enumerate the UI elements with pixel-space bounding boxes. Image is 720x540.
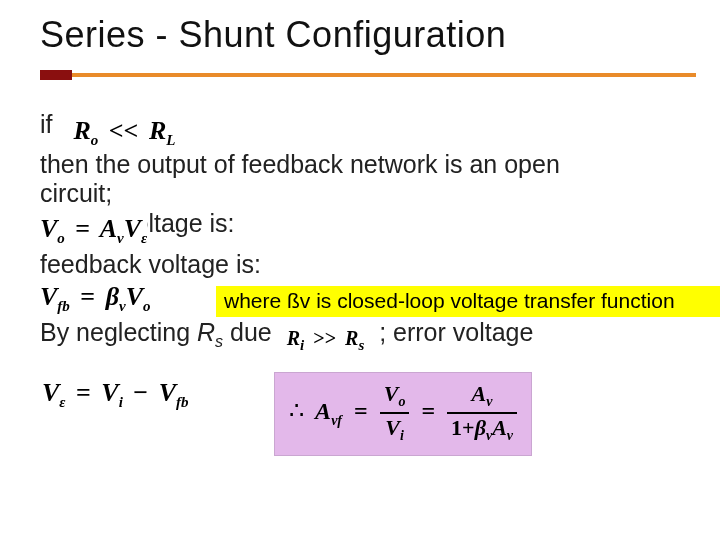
- neglect-prefix: By neglecting: [40, 318, 197, 346]
- frac-vo-vi: Vo Vi: [380, 381, 410, 445]
- neglect-suffix: ; error voltage: [379, 318, 533, 346]
- rs-symbol: Rs: [197, 318, 223, 346]
- slide-title: Series - Shunt Configuration: [40, 14, 696, 56]
- rule-line: [72, 73, 696, 77]
- then-line-1: then the output of feedback network is a…: [40, 150, 696, 180]
- if-word: if: [40, 110, 53, 138]
- eq-verr: Vε = Vi − Vfb: [42, 378, 189, 412]
- yellow-note: where ßv is closed-loop voltage transfer…: [216, 286, 720, 317]
- output-voltage-block: Output voltage is: Vo = AvVε: [40, 209, 696, 250]
- result-box: ∴ Avf = Vo Vi = Av 1+βvAv: [274, 372, 532, 456]
- neglect-mid: due: [223, 318, 279, 346]
- condition-ri-rs: Ri >> Rs: [287, 327, 365, 355]
- eq-avf: ∴ Avf = Vo Vi = Av 1+βvAv: [289, 398, 517, 424]
- condition-ro-rl: Ro << RL: [73, 116, 175, 150]
- eq-vfb: Vfb = βvVo: [40, 282, 151, 316]
- slide: Series - Shunt Configuration if Ro << RL…: [0, 0, 720, 540]
- final-row: Vε = Vi − Vfb ∴ Avf = Vo Vi = Av: [40, 372, 696, 452]
- title-rule: [40, 70, 696, 88]
- frac-av: Av 1+βvAv: [447, 381, 517, 445]
- slide-body: if Ro << RL then the output of feedback …: [40, 110, 696, 452]
- neglect-line: By neglecting Rs due Ri >> Rs ; error vo…: [40, 318, 696, 355]
- feedback-voltage-label: feedback voltage is:: [40, 250, 696, 280]
- then-line-2: circuit;: [40, 179, 696, 209]
- rule-accent: [40, 70, 72, 80]
- eq-vo: Vo = AvVε: [40, 212, 147, 250]
- if-line: if Ro << RL: [40, 110, 696, 150]
- feedback-row: Vfb = βvVo where ßv is closed-loop volta…: [40, 282, 696, 318]
